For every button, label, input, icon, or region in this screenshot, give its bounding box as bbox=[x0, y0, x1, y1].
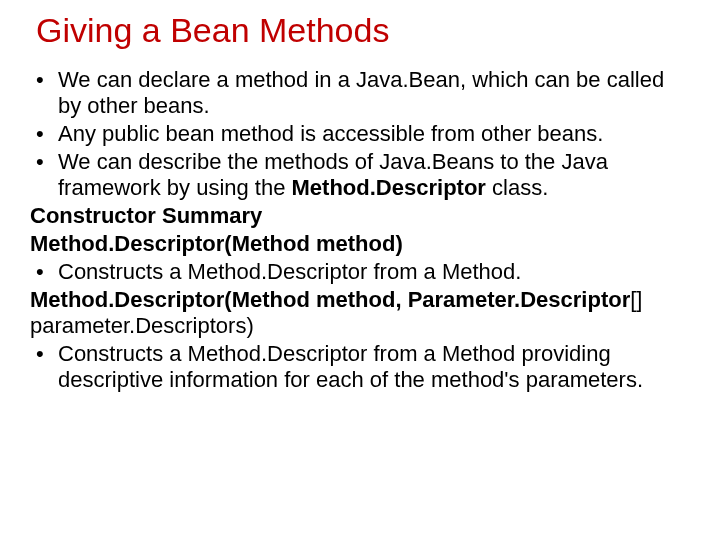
bullet-list: We can declare a method in a Java.Bean, … bbox=[30, 67, 690, 201]
constructor-signature: Method.Descriptor(Method method) bbox=[30, 231, 690, 257]
bullet-item: We can describe the methods of Java.Bean… bbox=[30, 149, 690, 201]
bullet-item: Constructs a Method.Descriptor from a Me… bbox=[30, 341, 690, 393]
text-run: class. bbox=[486, 175, 548, 200]
bullet-item: Constructs a Method.Descriptor from a Me… bbox=[30, 259, 690, 285]
slide-title: Giving a Bean Methods bbox=[36, 12, 690, 49]
constructor-summary-heading: Constructor Summary bbox=[30, 203, 690, 229]
bullet-item: Any public bean method is accessible fro… bbox=[30, 121, 690, 147]
slide: Giving a Bean Methods We can declare a m… bbox=[0, 0, 720, 540]
bullet-list: Constructs a Method.Descriptor from a Me… bbox=[30, 259, 690, 285]
text-run-bold: Method.Descriptor(Method method, Paramet… bbox=[30, 287, 630, 312]
slide-body: We can declare a method in a Java.Bean, … bbox=[30, 67, 690, 392]
bullet-list: Constructs a Method.Descriptor from a Me… bbox=[30, 341, 690, 393]
bullet-item: We can declare a method in a Java.Bean, … bbox=[30, 67, 690, 119]
text-run-bold: Method.Descriptor bbox=[292, 175, 486, 200]
constructor-signature: Method.Descriptor(Method method, Paramet… bbox=[30, 287, 690, 339]
